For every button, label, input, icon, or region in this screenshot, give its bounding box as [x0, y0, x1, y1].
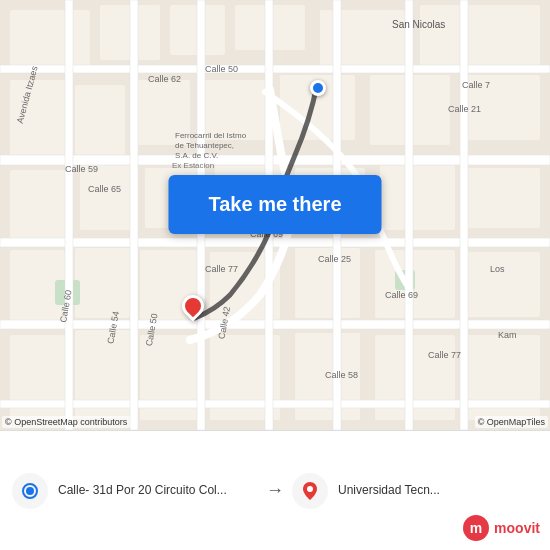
svg-text:Calle 77: Calle 77 — [428, 350, 461, 360]
svg-text:Calle 65: Calle 65 — [88, 184, 121, 194]
svg-rect-9 — [75, 85, 125, 155]
svg-text:Calle 58: Calle 58 — [325, 370, 358, 380]
destination-pin-icon — [300, 480, 320, 502]
svg-point-77 — [307, 486, 313, 492]
app-container: San Nicolas Avenida Itzaes Calle 62 Call… — [0, 0, 550, 550]
take-me-there-button[interactable]: Take me there — [168, 175, 381, 234]
origin-section: Calle- 31d Por 20 Circuito Col... — [12, 473, 258, 509]
map-area: San Nicolas Avenida Itzaes Calle 62 Call… — [0, 0, 550, 430]
origin-text: Calle- 31d Por 20 Circuito Col... — [58, 483, 227, 499]
svg-rect-21 — [465, 168, 540, 228]
destination-icon-wrap — [292, 473, 328, 509]
svg-text:Calle 77: Calle 77 — [205, 264, 238, 274]
svg-rect-23 — [75, 248, 130, 318]
origin-icon-wrap — [12, 473, 48, 509]
svg-text:m: m — [470, 520, 482, 536]
svg-text:Kam: Kam — [498, 330, 517, 340]
start-location-marker — [310, 80, 326, 96]
destination-section: Universidad Tecn... — [292, 473, 538, 509]
opentiles-credit: © OpenMapTiles — [475, 416, 548, 428]
map-attribution: © OpenStreetMap contributors — [2, 416, 130, 428]
svg-text:Calle 62: Calle 62 — [148, 74, 181, 84]
svg-text:Calle 59: Calle 59 — [65, 164, 98, 174]
svg-text:Calle 69: Calle 69 — [385, 290, 418, 300]
svg-rect-28 — [465, 252, 540, 317]
svg-point-75 — [26, 487, 34, 495]
svg-text:Los: Los — [490, 264, 505, 274]
svg-text:Calle 25: Calle 25 — [318, 254, 351, 264]
route-arrow: → — [258, 480, 292, 501]
svg-rect-2 — [10, 10, 90, 70]
svg-rect-49 — [460, 0, 468, 430]
destination-marker — [182, 295, 204, 317]
svg-text:Calle 7: Calle 7 — [462, 80, 490, 90]
svg-rect-43 — [65, 0, 73, 430]
svg-text:Calle 50: Calle 50 — [205, 64, 238, 74]
svg-rect-44 — [130, 0, 138, 430]
bottom-navigation-bar: Calle- 31d Por 20 Circuito Col... → Univ… — [0, 430, 550, 550]
button-overlay: Take me there — [168, 175, 381, 234]
svg-rect-20 — [380, 165, 455, 230]
moovit-icon: m — [462, 514, 490, 542]
svg-text:San Nicolas: San Nicolas — [392, 19, 445, 30]
moovit-text: moovit — [494, 520, 540, 536]
svg-text:Ferrocarril del Istmo: Ferrocarril del Istmo — [175, 131, 247, 140]
svg-rect-15 — [10, 170, 70, 240]
svg-text:Ex Estacion: Ex Estacion — [172, 161, 214, 170]
svg-text:de Tehuantepec,: de Tehuantepec, — [175, 141, 234, 150]
svg-rect-16 — [80, 165, 135, 230]
destination-text: Universidad Tecn... — [338, 483, 440, 499]
location-dot-icon — [20, 481, 40, 501]
moovit-logo: m moovit — [462, 514, 540, 542]
svg-rect-48 — [405, 0, 413, 430]
svg-text:Calle 21: Calle 21 — [448, 104, 481, 114]
svg-rect-7 — [420, 5, 540, 65]
svg-text:S.A. de C.V.: S.A. de C.V. — [175, 151, 218, 160]
